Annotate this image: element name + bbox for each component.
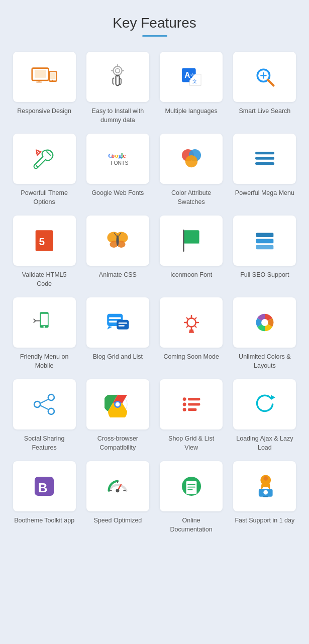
svg-point-60: [48, 394, 54, 400]
feature-label-smart-search: Smart Live Search: [239, 107, 290, 116]
feature-label-fast-support: Fast Support in 1 day: [235, 516, 294, 525]
icon-box-blog-grid: [86, 297, 149, 348]
svg-rect-43: [256, 233, 274, 237]
svg-line-17: [37, 166, 38, 167]
feature-label-color-swatches: Color Attribute Swatches: [161, 189, 222, 206]
feature-mega-menu: Powerful Mega Menu: [231, 134, 299, 206]
feature-label-seo: Full SEO Support: [240, 271, 289, 280]
feature-fast-support: Fast Support in 1 day: [231, 461, 299, 534]
svg-rect-74: [188, 408, 196, 411]
svg-point-38: [117, 236, 119, 246]
feature-ajax-load: Loading Ajax & Lazy Load: [231, 379, 299, 452]
feature-label-coming-soon: Coming Soon Mode: [163, 353, 219, 362]
svg-rect-29: [255, 152, 274, 154]
svg-point-61: [48, 408, 54, 414]
svg-rect-92: [263, 496, 268, 497]
feature-speed: Speed Optimized: [83, 461, 152, 534]
feature-easy-install: Easy to Install with dummy data: [83, 52, 152, 125]
feature-coming-soon: Coming Soon Mode: [157, 297, 226, 370]
feature-label-google-fonts: Google Web Fonts: [91, 189, 144, 198]
svg-rect-56: [119, 323, 127, 324]
svg-point-48: [43, 326, 45, 328]
svg-point-79: [116, 489, 120, 492]
svg-point-59: [261, 319, 268, 326]
svg-text:B: B: [38, 480, 48, 495]
feature-label-mega-menu: Powerful Mega Menu: [235, 189, 294, 198]
icon-box-shop-grid: [160, 379, 223, 430]
svg-rect-55: [117, 320, 129, 330]
svg-text:o: o: [112, 152, 115, 159]
feature-smart-search: Smart Live Search: [231, 52, 299, 125]
icon-box-speed: [86, 461, 149, 511]
icon-box-social-sharing: [13, 379, 76, 430]
icon-box-color-swatches: [160, 134, 223, 184]
icon-box-mega-menu: [233, 134, 296, 184]
icon-box-coming-soon: [160, 297, 223, 348]
feature-label-blog-grid: Blog Grid and List: [93, 353, 143, 362]
svg-line-64: [40, 405, 48, 410]
svg-point-6: [52, 80, 53, 81]
feature-label-animate-css: Animate CSS: [99, 271, 137, 280]
feature-label-online-docs: Online Documentation: [161, 516, 222, 534]
icon-box-unlimited-colors: [233, 297, 296, 348]
feature-label-easy-install: Easy to Install with dummy data: [87, 107, 148, 125]
svg-rect-30: [255, 157, 274, 160]
svg-point-89: [263, 476, 268, 481]
svg-rect-57: [119, 325, 125, 327]
svg-line-51: [34, 321, 35, 323]
icon-box-seo: [233, 216, 296, 266]
svg-rect-45: [256, 245, 274, 250]
svg-rect-54: [109, 321, 118, 323]
feature-label-speed: Speed Optimized: [93, 516, 142, 525]
feature-cross-browser: Cross-browser Compatibility: [83, 379, 152, 452]
feature-bootheme: B Bootheme Toolkit app: [10, 461, 78, 534]
svg-point-7: [114, 66, 122, 75]
svg-point-8: [116, 69, 120, 73]
feature-label-theme-options: Powerfull Theme Options: [14, 189, 74, 206]
feature-mobile-menu: Friendly Menu on Mobile: [10, 297, 78, 370]
svg-point-28: [185, 155, 197, 167]
feature-label-responsive-design: Responsive Design: [17, 107, 71, 116]
feature-label-ajax-load: Loading Ajax & Lazy Load: [235, 435, 295, 452]
svg-line-63: [40, 399, 48, 404]
feature-label-multiple-languages: Multiple languages: [165, 107, 218, 116]
feature-seo: Full SEO Support: [231, 216, 299, 288]
icon-box-smart-search: [233, 52, 296, 102]
feature-label-cross-browser: Cross-browser Compatibility: [87, 435, 148, 452]
svg-rect-1: [35, 70, 46, 78]
icon-box-google-fonts: G o o g l e FONTS: [86, 134, 149, 184]
icon-box-online-docs: [160, 461, 223, 511]
svg-point-62: [34, 401, 40, 407]
svg-point-71: [182, 403, 186, 406]
svg-marker-75: [271, 395, 275, 400]
svg-rect-3: [50, 73, 55, 79]
feature-html5: 5 Validate HTML5 Code: [10, 216, 78, 288]
svg-rect-31: [255, 162, 274, 165]
title-underline: [142, 35, 167, 37]
icon-box-iconmoon: [160, 216, 223, 266]
svg-rect-72: [188, 403, 200, 405]
svg-text:e: e: [123, 152, 126, 159]
svg-text:文: 文: [192, 79, 196, 84]
icon-box-bootheme: B: [13, 461, 76, 511]
icon-box-easy-install: [86, 52, 149, 102]
features-grid: Responsive Design Easy to Install with d…: [10, 52, 299, 534]
feature-color-swatches: Color Attribute Swatches: [157, 134, 226, 206]
feature-label-shop-grid: Shop Grid & List View: [161, 435, 222, 452]
svg-point-69: [182, 397, 186, 401]
svg-rect-53: [109, 317, 121, 319]
icon-box-responsive-design: [13, 52, 76, 102]
svg-text:FONTS: FONTS: [111, 160, 129, 166]
icon-box-fast-support: [233, 461, 296, 511]
feature-responsive-design: Responsive Design: [10, 52, 78, 125]
icon-box-animate-css: [86, 216, 149, 266]
feature-blog-grid: Blog Grid and List: [83, 297, 152, 370]
page-title: Key Features: [10, 15, 299, 31]
svg-point-73: [182, 408, 186, 411]
feature-shop-grid: Shop Grid & List View: [157, 379, 226, 452]
feature-label-unlimited-colors: Unlimited Colors & Layouts: [235, 353, 295, 370]
svg-point-91: [263, 490, 268, 495]
icon-box-multiple-languages: A 文 文: [160, 52, 223, 102]
feature-online-docs: Online Documentation: [157, 461, 226, 534]
feature-label-mobile-menu: Friendly Menu on Mobile: [14, 353, 74, 370]
